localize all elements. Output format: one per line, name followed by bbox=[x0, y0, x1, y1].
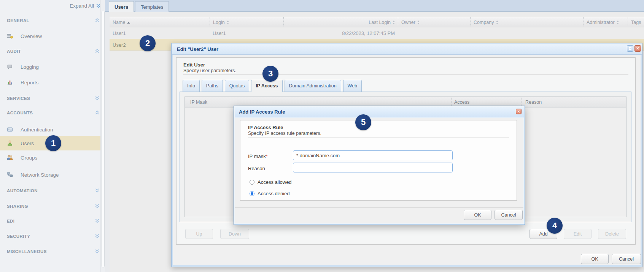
edit-dialog-title: Edit "User2" User bbox=[177, 46, 218, 52]
sidebar-section-services[interactable]: SERVICES bbox=[0, 94, 105, 103]
scrollbar-thumb[interactable] bbox=[102, 11, 105, 267]
sidebar-section-automation[interactable]: AUTOMATION bbox=[0, 186, 105, 195]
sort-icon bbox=[496, 21, 498, 24]
add-ip-access-rule-modal: Add IP Access Rule ✕ IP Access Rule Spec… bbox=[234, 106, 525, 225]
step-number: 5 bbox=[361, 117, 366, 127]
annotation-step-2: 2 bbox=[140, 35, 156, 51]
modal-close-button[interactable]: ✕ bbox=[516, 109, 522, 114]
sidebar-section-general[interactable]: GENERAL bbox=[0, 16, 105, 25]
reason-label: Reason bbox=[248, 166, 265, 171]
chevron-double-up-icon bbox=[95, 18, 100, 23]
sidebar-scrollbar[interactable] bbox=[100, 0, 105, 272]
sort-icon bbox=[393, 21, 395, 24]
speech-bubble-icon bbox=[7, 64, 13, 70]
up-button[interactable]: Up bbox=[185, 229, 213, 239]
radio-unchecked-icon bbox=[250, 180, 254, 185]
column-label: Last Login bbox=[369, 20, 391, 25]
modal-titlebar[interactable]: Add IP Access Rule bbox=[235, 107, 524, 117]
chevron-double-down-icon bbox=[95, 249, 100, 254]
column-header-reason[interactable]: Reason bbox=[525, 97, 542, 108]
chevron-double-down-icon bbox=[95, 218, 100, 223]
tab-paths[interactable]: Paths bbox=[202, 80, 223, 92]
expand-all-button[interactable]: Expand All bbox=[70, 2, 101, 10]
tab-domain-administration[interactable]: Domain Administration bbox=[285, 80, 341, 92]
tab-quotas[interactable]: Quotas bbox=[225, 80, 249, 92]
step-number: 1 bbox=[51, 138, 56, 148]
column-header-last-login[interactable]: Last Login bbox=[283, 17, 398, 28]
delete-button[interactable]: Delete bbox=[598, 229, 626, 239]
required-asterisk: * bbox=[266, 153, 268, 159]
sidebar-item-label: Users bbox=[21, 141, 34, 146]
network-storage-icon bbox=[7, 172, 13, 178]
section-label: SHARING bbox=[7, 204, 28, 209]
edit-button[interactable]: Edit bbox=[564, 229, 592, 239]
column-header-administrator[interactable]: Administrator bbox=[583, 17, 628, 28]
button-label: OK bbox=[474, 212, 481, 218]
sidebar-section-audit[interactable]: AUDIT bbox=[0, 47, 105, 56]
tab-ip-access[interactable]: IP Access bbox=[251, 80, 282, 92]
sort-icon bbox=[617, 21, 619, 24]
tab-info[interactable]: Info bbox=[183, 80, 200, 92]
table-row-user1[interactable]: User1 User1 8/22/2023, 12:07:45 PM bbox=[110, 27, 644, 39]
sort-ascending-icon bbox=[127, 22, 130, 24]
column-header-company[interactable]: Company bbox=[470, 17, 583, 28]
restore-window-button[interactable] bbox=[627, 45, 633, 52]
dialog-cancel-button[interactable]: Cancel bbox=[612, 254, 641, 264]
sidebar-section-security[interactable]: SECURITY bbox=[0, 232, 105, 241]
cell-login: User1 bbox=[210, 27, 283, 39]
column-header-ip-mask[interactable]: IP Mask bbox=[190, 97, 207, 108]
down-button[interactable]: Down bbox=[220, 229, 249, 239]
id-card-icon bbox=[7, 127, 13, 133]
column-label: Company bbox=[474, 20, 494, 25]
modal-ok-button[interactable]: OK bbox=[464, 210, 491, 220]
dialog-ok-button[interactable]: OK bbox=[581, 254, 609, 264]
restore-icon bbox=[629, 47, 631, 50]
column-separator bbox=[451, 98, 452, 106]
column-header-owner[interactable]: Owner bbox=[398, 17, 470, 28]
sidebar-item-label: Groups bbox=[21, 155, 37, 161]
sidebar-section-edi[interactable]: EDI bbox=[0, 217, 105, 226]
column-header-login[interactable]: Login bbox=[210, 17, 283, 28]
column-header-tags[interactable]: Tags bbox=[628, 17, 644, 28]
modal-subheading: Specify IP access rule parameters. bbox=[248, 131, 321, 136]
access-allowed-radio[interactable]: Access allowed bbox=[250, 179, 292, 185]
tab-users[interactable]: Users bbox=[109, 1, 134, 12]
sidebar-item-authentication[interactable]: Authentication bbox=[0, 123, 105, 136]
section-label: MISCELLANEOUS bbox=[7, 249, 47, 254]
modal-heading: IP Access Rule bbox=[248, 125, 283, 130]
sidebar-item-label: Overview bbox=[21, 33, 42, 39]
column-label: Login bbox=[213, 20, 225, 25]
sort-icon bbox=[227, 21, 229, 24]
close-window-button[interactable]: ✕ bbox=[634, 45, 641, 52]
server-overview-icon bbox=[7, 33, 13, 39]
radio-checked-icon bbox=[250, 191, 254, 196]
sidebar-section-miscellaneous[interactable]: MISCELLANEOUS bbox=[0, 247, 105, 256]
sidebar-item-overview[interactable]: Overview bbox=[0, 30, 105, 42]
sidebar-item-reports[interactable]: Reports bbox=[0, 76, 105, 89]
sidebar-item-groups[interactable]: Groups bbox=[0, 152, 105, 164]
tab-label: Templates bbox=[141, 4, 163, 10]
sidebar-item-network-storage[interactable]: Network Storage bbox=[0, 169, 105, 181]
column-label: Tags bbox=[631, 20, 641, 25]
section-label: SERVICES bbox=[7, 96, 30, 101]
button-label: OK bbox=[591, 256, 598, 262]
main-tab-bar: Users Templates bbox=[105, 0, 644, 12]
sidebar-section-sharing[interactable]: SHARING bbox=[0, 202, 105, 211]
tab-web[interactable]: Web bbox=[343, 80, 362, 92]
column-label: Name bbox=[113, 20, 125, 25]
column-header-name[interactable]: Name bbox=[110, 17, 210, 28]
close-icon: ✕ bbox=[517, 110, 520, 114]
annotation-step-1: 1 bbox=[45, 135, 61, 151]
access-denied-radio[interactable]: Access denied bbox=[250, 191, 290, 196]
reason-input[interactable] bbox=[293, 163, 453, 172]
sidebar-section-accounts[interactable]: ACCOUNTS bbox=[0, 108, 105, 117]
users-table-header: Name Login Last Login Owner Company Admi… bbox=[110, 17, 644, 27]
section-label: EDI bbox=[7, 219, 14, 223]
button-label: Add bbox=[539, 231, 547, 237]
tab-templates[interactable]: Templates bbox=[135, 1, 169, 12]
sidebar-item-logging[interactable]: Logging bbox=[0, 61, 105, 73]
ip-mask-input[interactable] bbox=[293, 150, 453, 160]
modal-cancel-button[interactable]: Cancel bbox=[495, 210, 523, 220]
edit-dialog-titlebar[interactable]: Edit "User2" User bbox=[172, 44, 642, 55]
modal-footer-divider bbox=[235, 207, 523, 208]
